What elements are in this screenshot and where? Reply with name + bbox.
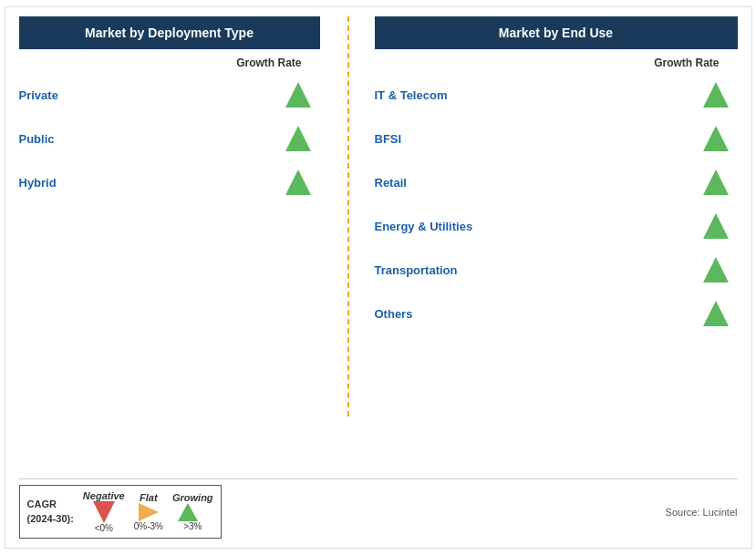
item-label-private: Private (19, 88, 58, 102)
left-growth-header: Growth Rate (19, 57, 320, 69)
item-label-bfsi: BFSI (375, 132, 402, 146)
right-growth-header: Growth Rate (375, 57, 738, 69)
arrow-up-icon (285, 82, 311, 108)
arrow-up-icon (703, 126, 729, 151)
item-label-public: Public (19, 132, 55, 146)
list-item: Private (19, 73, 320, 117)
item-label-others: Others (375, 307, 413, 321)
list-item: Retail (375, 160, 738, 204)
outer-container: Market by Deployment Type Growth Rate Pr… (5, 6, 752, 549)
legend-growing: Growing >3% (172, 492, 213, 531)
list-item: Energy & Utilities (375, 204, 738, 248)
arrow-up-icon (703, 257, 729, 283)
list-item: Public (19, 117, 320, 160)
list-item: Others (375, 292, 738, 335)
dashed-divider (347, 16, 349, 416)
flat-sub: 0%-3% (134, 521, 163, 531)
arrow-up-icon (703, 301, 729, 326)
legend-negative: Negative <0% (83, 490, 125, 533)
left-growth-label: Growth Rate (236, 57, 301, 69)
item-label-energy: Energy & Utilities (375, 220, 473, 233)
arrow-up-icon (285, 126, 311, 151)
left-panel: Market by Deployment Type Growth Rate Pr… (19, 16, 347, 471)
arrow-up-icon (285, 170, 311, 195)
legend-box: CAGR (2024-30): Negative <0% Flat 0%-3% … (19, 485, 222, 539)
negative-sub: <0% (95, 523, 113, 533)
negative-label: Negative (83, 490, 125, 501)
growing-label: Growing (172, 492, 213, 503)
right-title: Market by End Use (375, 16, 738, 49)
arrow-up-icon (703, 82, 729, 108)
arrow-down-red-icon (93, 501, 115, 523)
arrow-up-icon (703, 170, 729, 195)
left-title: Market by Deployment Type (19, 16, 320, 49)
item-label-transportation: Transportation (375, 263, 458, 277)
arrow-up-green-icon (178, 503, 198, 521)
arrow-up-icon (703, 213, 729, 239)
arrow-right-orange-icon (139, 503, 159, 521)
footer-row: CAGR (2024-30): Negative <0% Flat 0%-3% … (19, 478, 738, 539)
source-text: Source: Lucintel (666, 507, 738, 518)
legend-flat: Flat 0%-3% (134, 492, 163, 531)
list-item: Transportation (375, 248, 738, 292)
item-label-hybrid: Hybrid (19, 176, 57, 190)
growing-sub: >3% (183, 521, 202, 531)
right-growth-label: Growth Rate (654, 57, 719, 69)
list-item: BFSI (375, 117, 738, 160)
item-label-retail: Retail (375, 176, 407, 190)
charts-row: Market by Deployment Type Growth Rate Pr… (19, 16, 738, 471)
list-item: Hybrid (19, 160, 320, 204)
flat-label: Flat (140, 492, 158, 503)
legend-cagr-text: CAGR (2024-30): (27, 498, 74, 526)
item-label-it-telecom: IT & Telecom (375, 88, 448, 102)
right-panel: Market by End Use Growth Rate IT & Telec… (347, 16, 738, 471)
list-item: IT & Telecom (375, 73, 738, 117)
